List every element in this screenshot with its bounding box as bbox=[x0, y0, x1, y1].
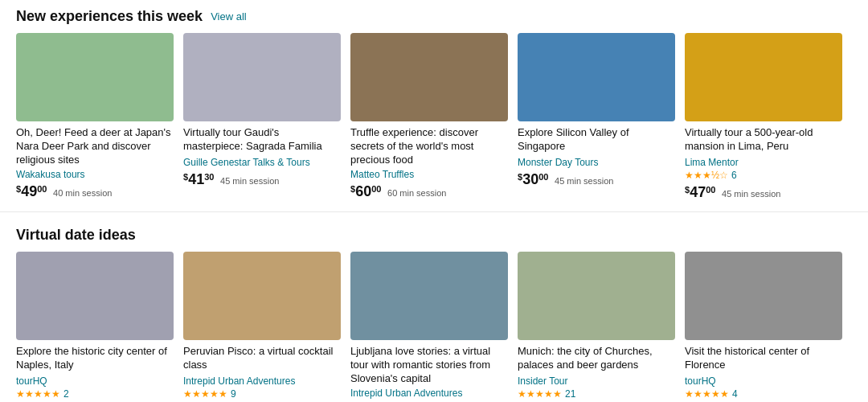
card-title: Visit the historical center of Florence bbox=[685, 345, 842, 374]
rating-row: ★★★★★ 4 bbox=[685, 388, 842, 400]
stars: ★★★★★ bbox=[685, 388, 729, 400]
price-dollars: 60 bbox=[355, 183, 371, 199]
section-virtual-dates: Virtual date ideas Explore the historic … bbox=[0, 219, 868, 402]
review-count: 9 bbox=[231, 388, 236, 400]
section-header: New experiences this week View all bbox=[16, 8, 852, 25]
experience-card[interactable]: Explore Silicon Valley of Singapore Mons… bbox=[518, 33, 675, 201]
card-provider[interactable]: Intrepid Urban Adventures bbox=[183, 375, 341, 387]
card-title: Munich: the city of Churches, palaces an… bbox=[518, 345, 675, 374]
session-duration: 45 min session bbox=[555, 176, 613, 186]
section-title: New experiences this week bbox=[16, 8, 203, 25]
experience-card[interactable]: Munich: the city of Churches, palaces an… bbox=[518, 252, 675, 402]
stars: ★★★★★ bbox=[518, 388, 562, 400]
card-title: Ljubljana love stories: a virtual tour w… bbox=[350, 345, 508, 386]
card-provider[interactable]: Monster Day Tours bbox=[518, 157, 675, 168]
session-duration: 40 min session bbox=[53, 188, 112, 198]
price-cents: 00 bbox=[37, 183, 47, 193]
stars: ★★★★★ bbox=[183, 388, 227, 400]
card-image bbox=[16, 252, 174, 340]
card-image bbox=[16, 33, 174, 121]
experience-card[interactable]: Truffle experience: discover secrets of … bbox=[350, 33, 508, 201]
card-provider[interactable]: Wakakusa tours bbox=[16, 169, 174, 180]
price-dollars: 30 bbox=[522, 171, 538, 187]
card-provider[interactable]: Intrepid Urban Adventures bbox=[350, 388, 508, 399]
card-image bbox=[518, 252, 675, 340]
review-count: 2 bbox=[63, 388, 69, 400]
card-image bbox=[518, 33, 675, 121]
card-price: $3000 45 min session bbox=[518, 171, 675, 188]
card-image bbox=[350, 33, 508, 121]
card-title: Explore Silicon Valley of Singapore bbox=[518, 126, 675, 155]
card-price: $4900 40 min session bbox=[16, 183, 174, 200]
view-all-link[interactable]: View all bbox=[211, 10, 247, 23]
section-new-experiences: New experiences this week View all Oh, D… bbox=[0, 0, 868, 205]
price-cents: 00 bbox=[538, 172, 548, 182]
price-dollars: 47 bbox=[690, 184, 706, 200]
stars: ★★★½☆ bbox=[685, 170, 728, 181]
price-dollars: 41 bbox=[188, 171, 204, 187]
experience-card[interactable]: Ljubljana love stories: a virtual tour w… bbox=[350, 252, 508, 402]
card-provider[interactable]: Insider Tour bbox=[518, 375, 675, 387]
price-cents: 00 bbox=[706, 185, 715, 195]
experience-card[interactable]: Visit the historical center of Florence … bbox=[685, 252, 842, 402]
session-duration: 45 min session bbox=[220, 176, 279, 186]
card-provider[interactable]: tourHQ bbox=[16, 375, 174, 387]
experience-card[interactable]: Virtually tour Gaudi's masterpiece: Sagr… bbox=[183, 33, 341, 201]
card-title: Explore the historic city center of Napl… bbox=[16, 345, 174, 374]
card-title: Oh, Deer! Feed a deer at Japan's Nara De… bbox=[16, 126, 174, 167]
experience-card[interactable]: Explore the historic city center of Napl… bbox=[16, 252, 174, 402]
review-count: 6 bbox=[731, 170, 737, 181]
card-image bbox=[183, 33, 341, 121]
price-dollars: 49 bbox=[21, 183, 37, 199]
card-image bbox=[685, 252, 842, 340]
card-title: Virtually tour a 500-year-old mansion in… bbox=[685, 126, 842, 155]
rating-row: ★★★★★ 2 bbox=[16, 388, 174, 400]
price-cents: 00 bbox=[371, 183, 381, 193]
card-provider[interactable]: tourHQ bbox=[685, 375, 842, 387]
card-title: Virtually tour Gaudi's masterpiece: Sagr… bbox=[183, 126, 341, 155]
cards-row: Explore the historic city center of Napl… bbox=[16, 252, 852, 402]
card-price: $4700 45 min session bbox=[685, 184, 842, 201]
review-count: 21 bbox=[565, 388, 575, 400]
card-title: Truffle experience: discover secrets of … bbox=[350, 126, 508, 167]
experience-card[interactable]: Virtually tour a 500-year-old mansion in… bbox=[685, 33, 842, 201]
card-image bbox=[350, 252, 508, 340]
rating-row: ★★★★★ 21 bbox=[518, 388, 675, 400]
card-provider[interactable]: Lima Mentor bbox=[685, 157, 842, 168]
rating-row: ★★★½☆ 6 bbox=[685, 170, 842, 181]
stars: ★★★★★ bbox=[16, 388, 60, 400]
card-image bbox=[685, 33, 842, 121]
session-duration: 45 min session bbox=[722, 189, 780, 199]
card-provider[interactable]: Matteo Truffles bbox=[350, 169, 508, 180]
section-divider bbox=[0, 211, 868, 212]
rating-row: ★★★★★ 9 bbox=[183, 388, 341, 400]
card-price: $4130 45 min session bbox=[183, 171, 341, 188]
card-provider[interactable]: Guille Genestar Talks & Tours bbox=[183, 157, 341, 168]
card-title: Peruvian Pisco: a virtual cocktail class bbox=[183, 345, 341, 374]
review-count: 4 bbox=[732, 388, 738, 400]
section-header: Virtual date ideas bbox=[16, 227, 852, 244]
experience-card[interactable]: Peruvian Pisco: a virtual cocktail class… bbox=[183, 252, 341, 402]
card-price: $6000 60 min session bbox=[350, 183, 508, 200]
experience-card[interactable]: Oh, Deer! Feed a deer at Japan's Nara De… bbox=[16, 33, 174, 201]
section-title: Virtual date ideas bbox=[16, 227, 136, 244]
session-duration: 60 min session bbox=[387, 188, 446, 198]
card-image bbox=[183, 252, 341, 340]
price-cents: 30 bbox=[204, 172, 214, 182]
cards-row: Oh, Deer! Feed a deer at Japan's Nara De… bbox=[16, 33, 852, 201]
